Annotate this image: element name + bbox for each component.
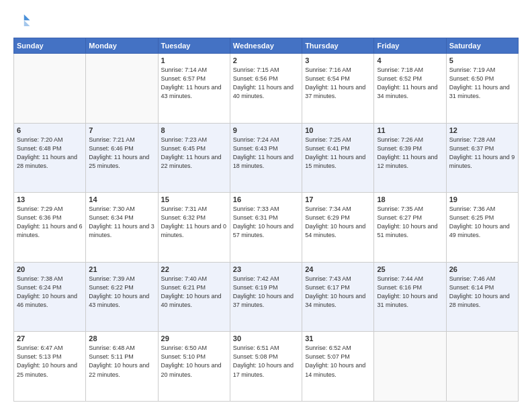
- day-info: Sunrise: 7:46 AM Sunset: 6:14 PM Dayligh…: [449, 275, 515, 310]
- day-number: 10: [305, 126, 371, 134]
- day-info: Sunrise: 7:31 AM Sunset: 6:32 PM Dayligh…: [161, 205, 227, 240]
- header: [13, 12, 519, 31]
- day-info: Sunrise: 7:28 AM Sunset: 6:37 PM Dayligh…: [449, 136, 515, 171]
- calendar-cell: 21Sunrise: 7:39 AM Sunset: 6:22 PM Dayli…: [86, 262, 158, 332]
- day-info: Sunrise: 7:36 AM Sunset: 6:25 PM Dayligh…: [449, 205, 515, 240]
- calendar-cell: [14, 54, 86, 124]
- calendar-cell: 30Sunrise: 6:51 AM Sunset: 5:08 PM Dayli…: [230, 332, 302, 402]
- calendar-cell: 1Sunrise: 7:14 AM Sunset: 6:57 PM Daylig…: [158, 54, 230, 124]
- day-info: Sunrise: 7:18 AM Sunset: 6:52 PM Dayligh…: [377, 66, 443, 101]
- page: SundayMondayTuesdayWednesdayThursdayFrid…: [0, 0, 532, 411]
- day-info: Sunrise: 7:42 AM Sunset: 6:19 PM Dayligh…: [233, 275, 299, 310]
- day-info: Sunrise: 7:16 AM Sunset: 6:54 PM Dayligh…: [305, 66, 371, 101]
- day-number: 21: [89, 265, 154, 273]
- day-info: Sunrise: 7:19 AM Sunset: 6:50 PM Dayligh…: [449, 66, 515, 101]
- calendar-cell: 8Sunrise: 7:23 AM Sunset: 6:45 PM Daylig…: [158, 123, 230, 193]
- day-info: Sunrise: 7:26 AM Sunset: 6:39 PM Dayligh…: [377, 136, 443, 171]
- calendar-cell: 29Sunrise: 6:50 AM Sunset: 5:10 PM Dayli…: [158, 332, 230, 402]
- weekday-header-monday: Monday: [86, 38, 158, 54]
- calendar-cell: 9Sunrise: 7:24 AM Sunset: 6:43 PM Daylig…: [230, 123, 302, 193]
- calendar-cell: 14Sunrise: 7:30 AM Sunset: 6:34 PM Dayli…: [86, 193, 158, 263]
- calendar-table: SundayMondayTuesdayWednesdayThursdayFrid…: [13, 38, 519, 402]
- day-info: Sunrise: 7:44 AM Sunset: 6:16 PM Dayligh…: [377, 275, 443, 310]
- day-info: Sunrise: 7:14 AM Sunset: 6:57 PM Dayligh…: [161, 66, 227, 101]
- day-number: 20: [17, 265, 83, 273]
- calendar-cell: 15Sunrise: 7:31 AM Sunset: 6:32 PM Dayli…: [158, 193, 230, 263]
- weekday-header-friday: Friday: [374, 38, 446, 54]
- day-number: 6: [17, 126, 83, 134]
- day-info: Sunrise: 6:47 AM Sunset: 5:13 PM Dayligh…: [17, 344, 83, 379]
- calendar-cell: 12Sunrise: 7:28 AM Sunset: 6:37 PM Dayli…: [446, 123, 518, 193]
- calendar-cell: 27Sunrise: 6:47 AM Sunset: 5:13 PM Dayli…: [14, 332, 86, 402]
- weekday-header-tuesday: Tuesday: [158, 38, 230, 54]
- day-number: 30: [233, 334, 299, 342]
- week-row-2: 6Sunrise: 7:20 AM Sunset: 6:48 PM Daylig…: [14, 123, 519, 193]
- day-info: Sunrise: 7:20 AM Sunset: 6:48 PM Dayligh…: [17, 136, 83, 171]
- logo: [13, 12, 35, 31]
- day-number: 8: [161, 126, 227, 134]
- day-number: 9: [233, 126, 299, 134]
- day-info: Sunrise: 7:40 AM Sunset: 6:21 PM Dayligh…: [161, 275, 227, 310]
- day-number: 2: [233, 56, 299, 64]
- calendar-cell: 28Sunrise: 6:48 AM Sunset: 5:11 PM Dayli…: [86, 332, 158, 402]
- calendar-cell: [374, 332, 446, 402]
- day-number: 16: [233, 195, 299, 203]
- calendar-cell: 24Sunrise: 7:43 AM Sunset: 6:17 PM Dayli…: [302, 262, 374, 332]
- calendar-cell: 22Sunrise: 7:40 AM Sunset: 6:21 PM Dayli…: [158, 262, 230, 332]
- calendar-cell: 26Sunrise: 7:46 AM Sunset: 6:14 PM Dayli…: [446, 262, 518, 332]
- day-number: 15: [161, 195, 227, 203]
- day-number: 3: [305, 56, 371, 64]
- day-info: Sunrise: 6:51 AM Sunset: 5:08 PM Dayligh…: [233, 344, 299, 379]
- calendar-cell: 2Sunrise: 7:15 AM Sunset: 6:56 PM Daylig…: [230, 54, 302, 124]
- weekday-header-sunday: Sunday: [14, 38, 86, 54]
- calendar-cell: 4Sunrise: 7:18 AM Sunset: 6:52 PM Daylig…: [374, 54, 446, 124]
- day-number: 17: [305, 195, 371, 203]
- weekday-header-thursday: Thursday: [302, 38, 374, 54]
- calendar-cell: 13Sunrise: 7:29 AM Sunset: 6:36 PM Dayli…: [14, 193, 86, 263]
- day-info: Sunrise: 6:52 AM Sunset: 5:07 PM Dayligh…: [305, 344, 371, 379]
- day-number: 29: [161, 334, 227, 342]
- calendar-cell: 31Sunrise: 6:52 AM Sunset: 5:07 PM Dayli…: [302, 332, 374, 402]
- day-info: Sunrise: 6:50 AM Sunset: 5:10 PM Dayligh…: [161, 344, 227, 379]
- calendar-cell: [86, 54, 158, 124]
- day-number: 11: [377, 126, 443, 134]
- calendar-cell: 6Sunrise: 7:20 AM Sunset: 6:48 PM Daylig…: [14, 123, 86, 193]
- weekday-header-wednesday: Wednesday: [230, 38, 302, 54]
- day-number: 22: [161, 265, 227, 273]
- day-info: Sunrise: 7:15 AM Sunset: 6:56 PM Dayligh…: [233, 66, 299, 101]
- day-number: 7: [89, 126, 154, 134]
- day-info: Sunrise: 6:48 AM Sunset: 5:11 PM Dayligh…: [89, 344, 154, 379]
- weekday-header-saturday: Saturday: [446, 38, 518, 54]
- day-info: Sunrise: 7:23 AM Sunset: 6:45 PM Dayligh…: [161, 136, 227, 171]
- week-row-1: 1Sunrise: 7:14 AM Sunset: 6:57 PM Daylig…: [14, 54, 519, 124]
- day-number: 27: [17, 334, 83, 342]
- day-number: 5: [449, 56, 515, 64]
- day-number: 12: [449, 126, 515, 134]
- day-info: Sunrise: 7:43 AM Sunset: 6:17 PM Dayligh…: [305, 275, 371, 310]
- svg-marker-1: [24, 20, 30, 26]
- day-number: 19: [449, 195, 515, 203]
- day-number: 4: [377, 56, 443, 64]
- day-info: Sunrise: 7:21 AM Sunset: 6:46 PM Dayligh…: [89, 136, 154, 171]
- day-number: 14: [89, 195, 154, 203]
- calendar-cell: 5Sunrise: 7:19 AM Sunset: 6:50 PM Daylig…: [446, 54, 518, 124]
- day-number: 28: [89, 334, 154, 342]
- day-info: Sunrise: 7:33 AM Sunset: 6:31 PM Dayligh…: [233, 205, 299, 240]
- calendar-cell: 18Sunrise: 7:35 AM Sunset: 6:27 PM Dayli…: [374, 193, 446, 263]
- day-info: Sunrise: 7:34 AM Sunset: 6:29 PM Dayligh…: [305, 205, 371, 240]
- week-row-4: 20Sunrise: 7:38 AM Sunset: 6:24 PM Dayli…: [14, 262, 519, 332]
- calendar-cell: 25Sunrise: 7:44 AM Sunset: 6:16 PM Dayli…: [374, 262, 446, 332]
- day-info: Sunrise: 7:35 AM Sunset: 6:27 PM Dayligh…: [377, 205, 443, 240]
- day-info: Sunrise: 7:25 AM Sunset: 6:41 PM Dayligh…: [305, 136, 371, 171]
- calendar-cell: 20Sunrise: 7:38 AM Sunset: 6:24 PM Dayli…: [14, 262, 86, 332]
- day-number: 13: [17, 195, 83, 203]
- day-number: 1: [161, 56, 227, 64]
- day-number: 24: [305, 265, 371, 273]
- day-info: Sunrise: 7:29 AM Sunset: 6:36 PM Dayligh…: [17, 205, 83, 240]
- calendar-cell: 19Sunrise: 7:36 AM Sunset: 6:25 PM Dayli…: [446, 193, 518, 263]
- calendar-cell: 17Sunrise: 7:34 AM Sunset: 6:29 PM Dayli…: [302, 193, 374, 263]
- calendar-cell: [446, 332, 518, 402]
- day-info: Sunrise: 7:30 AM Sunset: 6:34 PM Dayligh…: [89, 205, 154, 240]
- day-number: 18: [377, 195, 443, 203]
- weekday-header-row: SundayMondayTuesdayWednesdayThursdayFrid…: [14, 38, 519, 54]
